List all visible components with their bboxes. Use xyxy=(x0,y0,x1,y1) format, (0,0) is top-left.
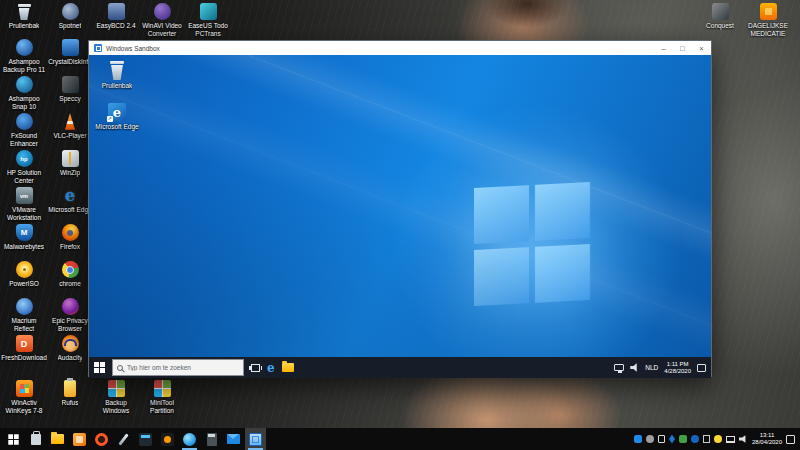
desktop-icon-easeus-todo[interactable]: EaseUS Todo PCTrans xyxy=(186,3,230,38)
desktop-icons-bottom-row: WinActiv WinKeys 7-8 Rufus Backup Window… xyxy=(2,380,184,415)
photos-icon xyxy=(73,433,86,446)
taskbar-mail[interactable] xyxy=(223,428,244,450)
network-icon[interactable] xyxy=(614,364,624,371)
desktop-icon-rufus[interactable]: Rufus xyxy=(48,380,92,415)
file-explorer-icon[interactable] xyxy=(282,363,294,372)
light-ray xyxy=(89,55,711,344)
desktop-icon-ashampoo-snap[interactable]: Ashampoo Snap 10 xyxy=(2,76,46,113)
taskbar-pen-app[interactable] xyxy=(113,428,134,450)
host-taskbar-apps xyxy=(3,428,266,450)
desktop-icon-audacity[interactable]: Audacity xyxy=(48,335,92,372)
desktop-icon-easybcd[interactable]: EasyBCD 2.4 xyxy=(94,3,138,38)
maildark-icon xyxy=(139,433,152,446)
close-button[interactable]: × xyxy=(692,41,711,55)
pen-icon xyxy=(118,433,128,445)
minimize-button[interactable]: – xyxy=(654,41,673,55)
task-view-icon[interactable] xyxy=(251,364,260,372)
taskbar-mail-dark-app[interactable] xyxy=(135,428,156,450)
search-icon xyxy=(117,365,123,371)
desktop-icon-product-code[interactable]: Backup Windows Product Code... xyxy=(94,380,138,415)
desktop-icon-medicatie[interactable]: DAGELIJKSE MEDICATIE xyxy=(746,3,790,38)
keyboard-language[interactable]: NLD xyxy=(645,364,658,371)
desktop-icon-conquest[interactable]: Conquest xyxy=(698,3,742,38)
desktop-icon-winkeys[interactable]: WinActiv WinKeys 7-8 xyxy=(2,380,46,415)
desktop-icon-speccy[interactable]: Speccy xyxy=(48,76,92,113)
sandbox-titlebar[interactable]: Windows Sandbox – □ × xyxy=(89,41,711,55)
desktop-icon-spotnet[interactable]: Spotnet xyxy=(48,3,92,38)
desktop-icon-fxsound[interactable]: FxSound Enhancer xyxy=(2,113,46,150)
desktop-icon-malwarebytes[interactable]: Malwarebytes xyxy=(2,224,46,261)
edge-taskbar-icon[interactable] xyxy=(267,362,275,374)
folder-icon xyxy=(51,434,64,444)
sandbox-clock[interactable]: 1:11 PM 4/28/2020 xyxy=(664,361,691,375)
desktop-icons-top-row: Prullenbak Spotnet EasyBCD 2.4 WinAVI Vi… xyxy=(2,3,230,38)
desktop-icon-poweriso[interactable]: PowerISO xyxy=(2,261,46,298)
winavi-icon xyxy=(154,3,171,20)
sandbox-desktop-icon-microsoft-edge[interactable]: Microsoft Edge xyxy=(94,103,140,131)
desktop-icon-recycle-bin[interactable]: Prullenbak xyxy=(2,3,46,38)
taskbar-windows-sandbox[interactable] xyxy=(245,428,266,450)
desktop-icon-microsoft-edge[interactable]: Microsoft Edge xyxy=(48,187,92,224)
taskbar-start-button[interactable] xyxy=(3,428,24,450)
desktop-icons-left-grid: Ashampoo Backup Pro 11 CrystalDiskInfo A… xyxy=(2,39,92,372)
firefox-icon xyxy=(62,224,79,241)
tray-security[interactable] xyxy=(658,435,665,443)
tray-update[interactable] xyxy=(714,435,722,443)
mailblue-icon xyxy=(227,434,240,444)
taskbar-file-explorer[interactable] xyxy=(47,428,68,450)
volume-icon[interactable] xyxy=(630,363,639,372)
maximize-button[interactable]: □ xyxy=(673,41,692,55)
ms-edge-icon xyxy=(62,187,79,204)
desktop-icon-crystaldiskinfo[interactable]: CrystalDiskInfo xyxy=(48,39,92,76)
taskbar-microsoft-store[interactable] xyxy=(25,428,46,450)
search-box[interactable] xyxy=(112,359,244,376)
action-center-icon[interactable] xyxy=(786,435,795,444)
store-icon xyxy=(31,434,41,445)
sandbox-desktop-icon-recycle-bin[interactable]: Prullenbak xyxy=(94,60,140,90)
audacity-icon xyxy=(62,335,79,352)
taskbar-photos-app[interactable] xyxy=(69,428,90,450)
desktop-icon-chrome[interactable]: chrome xyxy=(48,261,92,298)
host-taskbar: 13:11 28/04/2020 xyxy=(0,428,800,450)
tray-onedrive[interactable] xyxy=(634,435,642,443)
poweriso-icon xyxy=(16,261,33,278)
tray-teamviewer[interactable] xyxy=(691,435,699,443)
desktop-icon-epic-browser[interactable]: Epic Privacy Browser xyxy=(48,298,92,335)
host-clock[interactable]: 13:11 28/04/2020 xyxy=(752,432,782,446)
desktop-icon-winavi[interactable]: WinAVI Video Converter xyxy=(140,3,184,38)
taskbar-calculator[interactable] xyxy=(201,428,222,450)
desktop-icon-winzip[interactable]: WinZip xyxy=(48,150,92,187)
light-ray xyxy=(89,55,711,357)
orangedot-icon xyxy=(161,433,174,446)
desktop-icon-hp-solution[interactable]: HP Solution Center xyxy=(2,150,46,187)
epic-icon xyxy=(62,298,79,315)
spotnet-icon xyxy=(62,3,79,20)
desktop-icon-vmware[interactable]: VMware Workstation Pro xyxy=(2,187,46,224)
desktop-icon-ashampoo-backup[interactable]: Ashampoo Backup Pro 11 xyxy=(2,39,46,76)
tray-network[interactable] xyxy=(726,436,735,443)
windows-sandbox-window: Windows Sandbox – □ × Prullenbak Microso… xyxy=(88,40,712,377)
vlc-icon xyxy=(62,113,79,130)
ashampoo-backup-icon xyxy=(16,39,33,56)
taskbar-player-app[interactable] xyxy=(157,428,178,450)
taskbar-microsoft-edge[interactable] xyxy=(179,428,200,450)
tray-graphics[interactable] xyxy=(679,435,687,443)
crystaldiskinfo-icon xyxy=(62,39,79,56)
tray-volume[interactable] xyxy=(739,435,748,443)
desktop-icon-freshdownload[interactable]: FreshDownload xyxy=(2,335,46,372)
search-input[interactable] xyxy=(127,364,239,371)
start-button-icon[interactable] xyxy=(94,362,105,373)
sandbox-desktop-icons: Prullenbak Microsoft Edge xyxy=(94,60,140,131)
taskbar-media-app[interactable] xyxy=(91,428,112,450)
desktop-icon-minitool[interactable]: MiniTool Partition Wizard xyxy=(140,380,184,415)
tray-clipboard[interactable] xyxy=(703,435,710,443)
desktop-icon-firefox[interactable]: Firefox xyxy=(48,224,92,261)
sandboxic-icon xyxy=(249,433,262,446)
conquest-icon xyxy=(712,3,729,20)
desktop-icon-vlc-player[interactable]: VLC-Player xyxy=(48,113,92,150)
tray-status-sphere[interactable] xyxy=(646,435,654,443)
action-center-icon[interactable] xyxy=(697,364,706,372)
medicatie-icon xyxy=(760,3,777,20)
tray-bluetooth[interactable] xyxy=(669,435,675,444)
desktop-icon-macrium-reflect[interactable]: Macrium Reflect xyxy=(2,298,46,335)
